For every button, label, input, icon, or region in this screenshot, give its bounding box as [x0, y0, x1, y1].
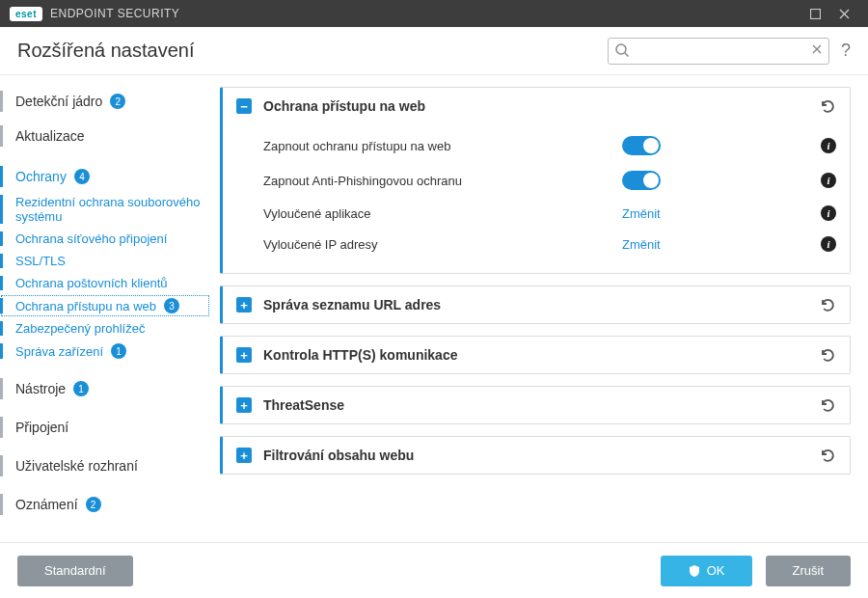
sidebar-item-realtime-file[interactable]: Rezidentní ochrana souborového systému	[0, 191, 210, 228]
edit-link[interactable]: Změnit	[622, 206, 661, 221]
undo-icon	[819, 447, 836, 464]
undo-icon	[819, 296, 836, 313]
sidebar-item-label: Rezidentní ochrana souborového systému	[15, 195, 201, 224]
sidebar-item-ssl-tls[interactable]: SSL/TLS	[0, 250, 210, 272]
brand-text: ENDPOINT SECURITY	[50, 7, 179, 20]
reset-button[interactable]	[819, 396, 836, 414]
sidebar-item-secure-browser[interactable]: Zabezpečený prohlížeč	[0, 317, 210, 340]
search-input[interactable]	[608, 38, 829, 65]
cancel-button[interactable]: Zrušit	[766, 556, 852, 586]
panel-header[interactable]: + Kontrola HTTP(S) komunikace	[223, 337, 850, 373]
panel-web-access: − Ochrana přístupu na web Zapnout ochran…	[220, 87, 851, 274]
panel-title: Ochrana přístupu na web	[263, 98, 807, 114]
button-label: OK	[707, 563, 725, 578]
badge: 1	[73, 381, 89, 396]
main: − Ochrana přístupu na web Zapnout ochran…	[210, 75, 868, 542]
reset-button[interactable]	[819, 97, 836, 115]
panel-header[interactable]: + Správa seznamu URL adres	[223, 286, 850, 323]
help-button[interactable]: ?	[841, 41, 851, 61]
sidebar-item-label: Detekční jádro	[15, 94, 102, 109]
default-button[interactable]: Standardní	[17, 556, 133, 586]
sidebar-item-label: Ochrana síťového připojení	[15, 231, 167, 246]
body: Detekční jádro 2 Aktualizace Ochrany 4 R…	[0, 75, 868, 542]
panel-title: Správa seznamu URL adres	[263, 297, 807, 313]
collapse-icon: −	[236, 98, 252, 114]
reset-button[interactable]	[819, 296, 836, 313]
search-clear-button[interactable]	[810, 42, 824, 56]
row-label: Zapnout ochranu přístupu na web	[263, 139, 610, 153]
row-enable-anti-phishing: Zapnout Anti-Phishingovou ochranu i	[263, 163, 836, 198]
window-maximize-button[interactable]	[800, 0, 829, 27]
row-excluded-apps: Vyloučené aplikace Změnit i	[263, 198, 836, 229]
button-label: Zrušit	[793, 563, 825, 578]
sidebar-item-label: Nástroje	[15, 381, 66, 396]
svg-point-1	[616, 44, 626, 54]
row-label: Vyloučené IP adresy	[263, 237, 610, 252]
expand-icon: +	[236, 347, 252, 363]
sidebar-item-tools[interactable]: Nástroje 1	[0, 374, 210, 403]
row-label: Zapnout Anti-Phishingovou ochranu	[263, 174, 610, 188]
info-icon[interactable]: i	[821, 205, 836, 221]
panel-header[interactable]: + ThreatSense	[223, 387, 850, 423]
panel-url-management: + Správa seznamu URL adres	[220, 285, 851, 324]
topbar: Rozšířená nastavení ?	[0, 27, 868, 75]
sidebar-item-label: Aktualizace	[15, 128, 85, 144]
footer: Standardní OK Zrušit	[0, 542, 868, 598]
panel-https-control: + Kontrola HTTP(S) komunikace	[220, 336, 851, 374]
shield-icon	[688, 564, 701, 578]
close-icon	[839, 9, 850, 19]
badge: 2	[110, 94, 125, 109]
sidebar-item-update[interactable]: Aktualizace	[0, 122, 210, 150]
window-close-button[interactable]	[829, 0, 858, 27]
sidebar-item-notifications[interactable]: Oznámení 2	[0, 490, 210, 519]
brand: eset ENDPOINT SECURITY	[10, 7, 179, 21]
reset-button[interactable]	[819, 346, 836, 364]
info-icon[interactable]: i	[821, 236, 836, 252]
undo-icon	[819, 97, 836, 115]
sidebar-item-label: Zabezpečený prohlížeč	[15, 321, 145, 336]
badge: 4	[74, 169, 90, 184]
search-wrap	[608, 38, 829, 65]
panel-title: Filtrování obsahu webu	[263, 448, 807, 463]
sidebar-item-label: Uživatelské rozhraní	[15, 458, 138, 474]
expand-icon: +	[236, 297, 252, 313]
info-icon[interactable]: i	[821, 138, 836, 153]
row-label: Vyloučené aplikace	[263, 206, 610, 221]
sidebar-item-network[interactable]: Ochrana síťového připojení	[0, 228, 210, 250]
sidebar-item-connection[interactable]: Připojení	[0, 413, 210, 442]
close-icon	[810, 42, 824, 56]
row-enable-web-protection: Zapnout ochranu přístupu na web i	[263, 128, 836, 163]
toggle-enable-web-protection[interactable]	[622, 136, 661, 155]
info-icon[interactable]: i	[821, 173, 836, 188]
toggle-enable-anti-phishing[interactable]	[622, 171, 661, 190]
sidebar-item-label: Ochrana poštovních klientů	[15, 276, 168, 290]
expand-icon: +	[236, 397, 252, 413]
panel-header[interactable]: − Ochrana přístupu na web	[223, 88, 850, 124]
sidebar-item-web-access[interactable]: Ochrana přístupu na web 3	[0, 294, 210, 317]
panel-title: ThreatSense	[263, 397, 807, 413]
sidebar: Detekční jádro 2 Aktualizace Ochrany 4 R…	[0, 75, 210, 542]
panel-web-content-filter: + Filtrování obsahu webu	[220, 436, 851, 475]
sidebar-item-label: Ochrany	[15, 169, 67, 184]
badge: 2	[86, 497, 101, 512]
sidebar-item-ui[interactable]: Uživatelské rozhraní	[0, 451, 210, 480]
sidebar-item-label: Správa zařízení	[15, 344, 103, 359]
panel-header[interactable]: + Filtrování obsahu webu	[223, 437, 850, 474]
panel-title: Kontrola HTTP(S) komunikace	[263, 347, 807, 363]
square-icon	[810, 9, 821, 19]
sidebar-item-detection-core[interactable]: Detekční jádro 2	[0, 87, 210, 116]
expand-icon: +	[236, 448, 252, 463]
sidebar-item-label: Ochrana přístupu na web	[15, 299, 156, 313]
undo-icon	[819, 346, 836, 364]
sidebar-item-device-control[interactable]: Správa zařízení 1	[0, 340, 210, 363]
page-title: Rozšířená nastavení	[17, 40, 194, 62]
sidebar-item-protections[interactable]: Ochrany 4	[0, 162, 210, 191]
edit-link[interactable]: Změnit	[622, 237, 661, 252]
brand-badge: eset	[10, 7, 42, 21]
sidebar-item-mail[interactable]: Ochrana poštovních klientů	[0, 272, 210, 294]
ok-button[interactable]: OK	[661, 556, 752, 586]
sidebar-item-label: Připojení	[15, 420, 68, 435]
row-excluded-ips: Vyloučené IP adresy Změnit i	[263, 229, 836, 259]
svg-rect-0	[810, 9, 820, 18]
reset-button[interactable]	[819, 447, 836, 464]
